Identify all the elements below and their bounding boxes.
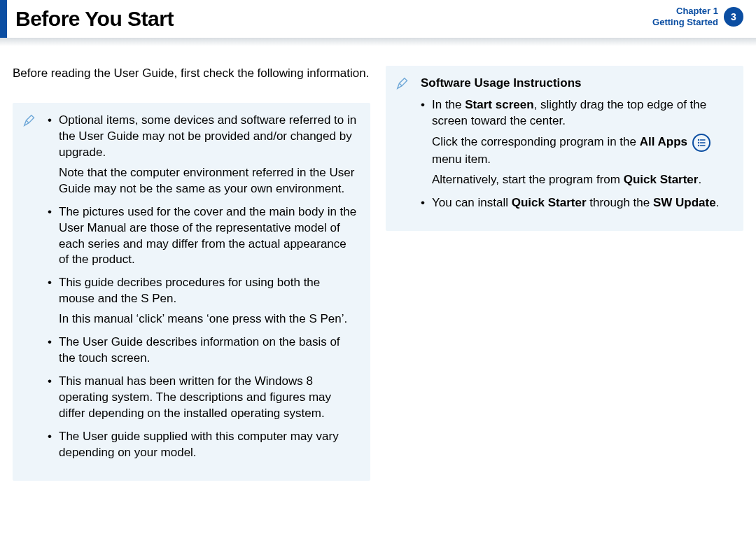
list-item-text: This manual has been written for the Win… — [59, 374, 331, 420]
list-item: The User guide supplied with this comput… — [48, 429, 359, 461]
svg-point-2 — [698, 142, 699, 143]
list-item-text: The User guide supplied with this comput… — [59, 430, 339, 459]
list-item-text: The User Guide describes information on … — [59, 335, 340, 365]
list-item-text: The pictures used for the cover and the … — [59, 205, 356, 267]
right-box-title: Software Usage Instructions — [421, 76, 732, 92]
text: through the — [587, 196, 653, 209]
svg-point-0 — [698, 139, 699, 140]
chapter-label: Chapter 1 — [652, 6, 718, 17]
chapter-indicator: Chapter 1 Getting Started 3 — [652, 6, 743, 27]
list-item: This manual has been written for the Win… — [48, 374, 359, 422]
bold-text: Start screen — [465, 98, 533, 111]
svg-point-4 — [698, 145, 699, 146]
bold-text: SW Update — [653, 196, 716, 209]
text: You can install — [432, 196, 512, 209]
text: Alternatively, start the program from — [432, 173, 624, 186]
note-icon — [396, 76, 411, 91]
text: . — [698, 173, 701, 186]
list-item-sub: In this manual ‘click’ means ‘one press … — [59, 311, 359, 327]
text: Click the corresponding program in the — [432, 135, 640, 148]
list-item: Optional items, some devices and softwar… — [48, 113, 359, 197]
page-title: Before You Start — [15, 7, 174, 31]
right-note-box: Software Usage Instructions In the Start… — [386, 66, 743, 231]
list-item-text: Optional items, some devices and softwar… — [59, 113, 356, 159]
list-item-sub: Note that the computer environment refer… — [59, 165, 359, 197]
list-item-text: This guide decribes procedures for using… — [59, 276, 320, 305]
page-number-badge: 3 — [724, 7, 743, 27]
chapter-name: Getting Started — [652, 17, 718, 28]
list-item: You can install Quick Starter through th… — [421, 195, 732, 211]
right-column: Software Usage Instructions In the Start… — [386, 66, 743, 481]
text: menu item. — [432, 153, 491, 166]
list-item-sub: Click the corresponding program in the A… — [432, 134, 732, 168]
all-apps-icon — [692, 134, 710, 152]
header-shadow — [0, 38, 756, 46]
intro-text: Before reading the User Guide, first che… — [13, 66, 370, 82]
note-icon — [22, 113, 38, 128]
list-item: This guide decribes procedures for using… — [48, 275, 359, 327]
list-item: In the Start screen, slightly drag the t… — [421, 97, 732, 188]
bold-text: Quick Starter — [512, 196, 587, 209]
page-header: Before You Start Chapter 1 Getting Start… — [0, 0, 756, 38]
bold-text: All Apps — [640, 135, 687, 148]
bold-text: Quick Starter — [624, 173, 699, 186]
text: In the — [432, 98, 465, 111]
left-column: Before reading the User Guide, first che… — [13, 66, 370, 481]
page-number: 3 — [731, 11, 736, 22]
text: . — [716, 196, 720, 209]
left-note-box: Optional items, some devices and softwar… — [13, 103, 370, 481]
list-item-sub: Alternatively, start the program from Qu… — [432, 172, 732, 188]
list-item: The pictures used for the cover and the … — [48, 204, 359, 269]
list-item: The User Guide describes information on … — [48, 334, 359, 367]
